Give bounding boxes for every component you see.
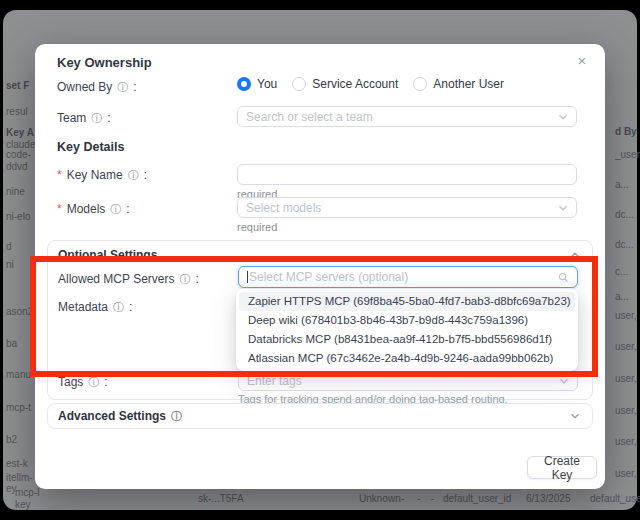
bg-text-fragment: mcp-t bbox=[6, 402, 31, 413]
allowed-mcp-select[interactable]: Select MCP servers (optional) bbox=[238, 266, 578, 288]
info-icon bbox=[178, 273, 191, 286]
info-icon bbox=[116, 81, 129, 94]
bg-text-fragment: default_user_id bbox=[443, 493, 511, 504]
team-label: Team: bbox=[57, 110, 111, 126]
label-colon: : bbox=[126, 202, 129, 216]
required-asterisk: * bbox=[57, 168, 62, 182]
info-icon bbox=[112, 301, 125, 314]
bg-text-fragment: nine bbox=[6, 186, 25, 197]
tags-placeholder: Enter tags bbox=[247, 374, 559, 388]
label-colon: : bbox=[144, 168, 147, 182]
bg-text-fragment: ni-elo bbox=[6, 211, 30, 222]
bg-text-fragment: default_user, bbox=[590, 493, 640, 504]
radio-you[interactable]: You bbox=[237, 77, 277, 91]
bg-text-fragment: d By bbox=[615, 126, 637, 137]
key-name-input[interactable] bbox=[237, 164, 577, 185]
label-colon: : bbox=[129, 300, 132, 314]
owned-by-label: Owned By: bbox=[57, 79, 137, 95]
radio-unselected-icon bbox=[292, 77, 306, 91]
tags-label: Tags: bbox=[58, 374, 108, 390]
search-icon bbox=[558, 272, 569, 283]
dropdown-option-deep-wiki[interactable]: Deep wiki (678401b3-8b46-43b7-b9d8-443c7… bbox=[239, 311, 575, 330]
bg-text-fragment: user, bbox=[615, 310, 637, 321]
tags-label-text: Tags bbox=[58, 375, 83, 389]
bg-text-fragment: dc... bbox=[615, 209, 634, 220]
info-icon bbox=[170, 410, 183, 423]
create-key-modal: Key Ownership × Owned By: You Service Ac… bbox=[35, 44, 605, 489]
chevron-down-icon bbox=[570, 411, 580, 421]
mcp-server-dropdown: Zapier HTTPS MCP (69f8ba45-5ba0-4fd7-bab… bbox=[236, 289, 578, 371]
radio-service-account[interactable]: Service Account bbox=[292, 77, 398, 91]
key-details-heading: Key Details bbox=[57, 140, 124, 154]
advanced-settings-heading: Advanced Settings bbox=[58, 409, 166, 423]
chevron-down-icon bbox=[559, 376, 569, 386]
bg-text-fragment: a... bbox=[615, 179, 629, 190]
bg-text-fragment: sk-...T5FA bbox=[198, 493, 244, 504]
modal-title: Key Ownership bbox=[57, 55, 152, 70]
key-name-label: *Key Name: bbox=[57, 167, 147, 183]
bg-text-fragment: resul bbox=[6, 106, 28, 117]
tags-select[interactable]: Enter tags bbox=[238, 370, 578, 391]
radio-you-label: You bbox=[257, 77, 277, 91]
chevron-down-icon bbox=[558, 112, 568, 122]
models-placeholder: Select models bbox=[246, 201, 558, 215]
bg-text-fragment: user, bbox=[615, 405, 637, 416]
dropdown-option-atlassian[interactable]: Atlassian MCP (67c3462e-2a4b-4d9b-9246-a… bbox=[239, 349, 575, 368]
info-icon bbox=[90, 112, 103, 125]
label-colon: : bbox=[104, 375, 107, 389]
dropdown-option-databricks[interactable]: Databricks MCP (b8431bea-aa9f-412b-b7f5-… bbox=[239, 330, 575, 349]
radio-service-account-label: Service Account bbox=[312, 77, 398, 91]
bg-text-fragment: b2 bbox=[6, 434, 17, 445]
bg-text-fragment: _user, bbox=[615, 149, 640, 160]
advanced-settings-header[interactable]: Advanced Settings bbox=[58, 409, 183, 423]
key-name-label-text: Key Name bbox=[67, 168, 123, 182]
bg-text-fragment: key bbox=[15, 499, 31, 510]
bg-text-fragment: user, bbox=[615, 341, 637, 352]
dropdown-option-zapier[interactable]: Zapier HTTPS MCP (69f8ba45-5ba0-4fd7-bab… bbox=[239, 292, 575, 311]
models-label-text: Models bbox=[67, 202, 106, 216]
bg-text-fragment: est-k bbox=[6, 458, 28, 469]
bg-text-fragment: Key A bbox=[6, 127, 34, 138]
team-label-text: Team bbox=[57, 111, 86, 125]
allowed-mcp-label-text: Allowed MCP Servers bbox=[58, 272, 174, 286]
label-colon: : bbox=[195, 272, 198, 286]
optional-settings-heading: Optional Settings bbox=[58, 248, 157, 262]
info-icon bbox=[109, 203, 122, 216]
bg-text-fragment: ba bbox=[6, 338, 17, 349]
info-icon bbox=[87, 376, 100, 389]
advanced-settings-panel: Advanced Settings bbox=[47, 403, 593, 429]
chevron-down-icon bbox=[558, 203, 568, 213]
bg-text-fragment: user, bbox=[615, 468, 637, 479]
bg-text-fragment: dc... bbox=[615, 239, 634, 250]
create-key-button[interactable]: Create Key bbox=[527, 456, 597, 479]
models-required-hint: required bbox=[237, 221, 277, 233]
bg-text-fragment: user, bbox=[615, 373, 637, 384]
close-icon[interactable]: × bbox=[573, 52, 591, 70]
radio-another-user[interactable]: Another User bbox=[413, 77, 504, 91]
models-label: *Models: bbox=[57, 201, 130, 217]
label-colon: : bbox=[107, 111, 110, 125]
bg-text-fragment: ason2 bbox=[6, 306, 33, 317]
team-placeholder: Search or select a team bbox=[246, 110, 558, 124]
owned-by-label-text: Owned By bbox=[57, 80, 112, 94]
owned-by-radio-group: You Service Account Another User bbox=[237, 77, 504, 91]
bg-text-fragment: user, bbox=[615, 436, 637, 447]
team-select[interactable]: Search or select a team bbox=[237, 106, 577, 127]
bg-text-fragment: a... bbox=[615, 291, 629, 302]
radio-selected-icon bbox=[237, 77, 251, 91]
radio-unselected-icon bbox=[413, 77, 427, 91]
bg-text-fragment: - bbox=[417, 493, 420, 504]
bg-text-fragment: d bbox=[6, 241, 12, 252]
bg-text-fragment: c... bbox=[615, 266, 628, 277]
models-select[interactable]: Select models bbox=[237, 197, 577, 218]
allowed-mcp-label: Allowed MCP Servers: bbox=[58, 271, 199, 287]
bg-text-fragment: itellm- bbox=[6, 472, 33, 483]
optional-settings-header[interactable]: Optional Settings bbox=[58, 248, 157, 262]
allowed-mcp-placeholder: Select MCP servers (optional) bbox=[249, 270, 558, 284]
metadata-label: Metadata: bbox=[58, 299, 132, 315]
bg-text-fragment: mcp-l bbox=[15, 487, 39, 498]
info-icon bbox=[127, 169, 140, 182]
radio-another-user-label: Another User bbox=[433, 77, 504, 91]
bg-text-fragment: ni bbox=[6, 259, 14, 270]
bg-text-fragment: set F bbox=[6, 80, 29, 91]
